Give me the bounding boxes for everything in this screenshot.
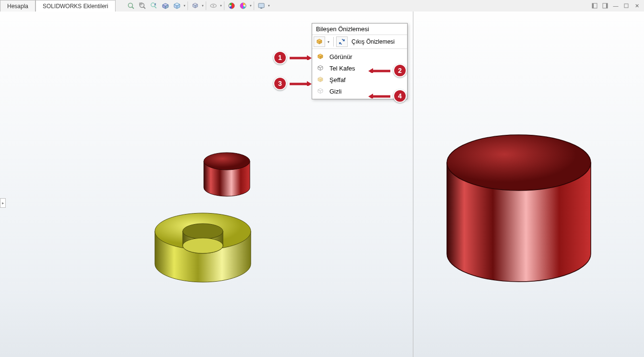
transparent-icon (316, 75, 325, 84)
hidden-icon (316, 87, 325, 95)
apply-scene-button[interactable] (238, 0, 248, 11)
edit-appearance-button[interactable] (226, 0, 237, 11)
window-controls: — ✕ (590, 2, 641, 10)
svg-line-3 (143, 7, 145, 9)
svg-line-6 (154, 6, 156, 8)
model-yellow-ring (148, 202, 258, 289)
callout-4: 4 (368, 89, 407, 103)
menu-label: Görünür (329, 53, 352, 60)
svg-rect-17 (624, 4, 628, 8)
viewport-right[interactable] (414, 12, 644, 357)
popup-title: Bileşen Önizlemesi (312, 24, 407, 35)
component-preview-popup: Bileşen Önizlemesi ▾ Çıkış Önizlemesi Gö… (312, 23, 408, 99)
svg-point-34 (447, 135, 591, 190)
callout-3: 3 (273, 77, 312, 90)
view-orientation-button[interactable] (190, 0, 200, 11)
hide-show-button[interactable] (208, 0, 219, 11)
model-red-small-cylinder (200, 147, 253, 204)
svg-marker-38 (368, 68, 373, 73)
callout-1: 1 (273, 51, 312, 64)
svg-marker-36 (307, 55, 312, 60)
model-red-large-cylinder (440, 127, 598, 299)
panel-right-icon[interactable] (601, 2, 609, 10)
callout-badge: 2 (393, 64, 407, 77)
svg-rect-11 (258, 3, 264, 8)
callout-badge: 3 (273, 77, 287, 90)
maximize-button[interactable] (622, 2, 631, 10)
callout-2: 2 (368, 64, 407, 77)
minimize-button[interactable]: — (611, 2, 620, 10)
tab-calculate[interactable]: Hesapla (0, 0, 35, 12)
dropdown-arrow-icon[interactable]: ▾ (326, 40, 331, 44)
flyout-handle[interactable]: ▸ (0, 198, 6, 208)
menu-label: Tel Kafes (329, 65, 355, 72)
svg-rect-12 (260, 8, 262, 9)
arrow-right-icon (290, 55, 312, 60)
view-settings-button[interactable] (256, 0, 267, 11)
sync-button[interactable] (336, 36, 348, 47)
callout-badge: 4 (393, 89, 407, 103)
display-state-button[interactable] (172, 0, 182, 11)
svg-marker-40 (307, 81, 312, 86)
svg-rect-16 (606, 3, 608, 8)
visible-icon (316, 52, 325, 61)
menu-item-visible[interactable]: Görünür (312, 51, 407, 62)
svg-rect-14 (592, 3, 594, 8)
exit-preview-button[interactable]: Çıkış Önizlemesi (349, 37, 398, 46)
tab-addins[interactable]: SOLIDWORKS Eklentileri (35, 0, 116, 12)
svg-point-33 (183, 238, 223, 253)
top-bar: Hesapla SOLIDWORKS Eklentileri (0, 0, 644, 12)
zoom-fit-button[interactable] (126, 0, 136, 11)
zoom-area-button[interactable] (137, 0, 148, 11)
svg-line-1 (132, 7, 134, 9)
arrow-left-icon (368, 94, 390, 98)
callout-badge: 1 (273, 51, 287, 64)
display-mode-button[interactable] (314, 36, 325, 47)
svg-point-5 (151, 3, 155, 7)
svg-point-8 (213, 5, 214, 7)
popup-toolbar: ▾ Çıkış Önizlemesi (312, 35, 407, 49)
wireframe-icon (316, 64, 325, 72)
previous-view-button[interactable] (149, 0, 159, 11)
menu-label: Gizli (329, 88, 341, 95)
svg-marker-42 (368, 94, 373, 98)
arrow-left-icon (368, 68, 390, 73)
section-view-button[interactable] (160, 0, 171, 11)
arrow-right-icon (290, 81, 312, 86)
menu-label: Şeffaf (329, 76, 346, 83)
svg-point-30 (204, 153, 250, 170)
view-toolbar: ▾ ▾ ▾ ▾ ▾ (126, 0, 270, 12)
panel-left-icon[interactable] (590, 2, 599, 10)
close-button[interactable]: ✕ (632, 2, 641, 10)
